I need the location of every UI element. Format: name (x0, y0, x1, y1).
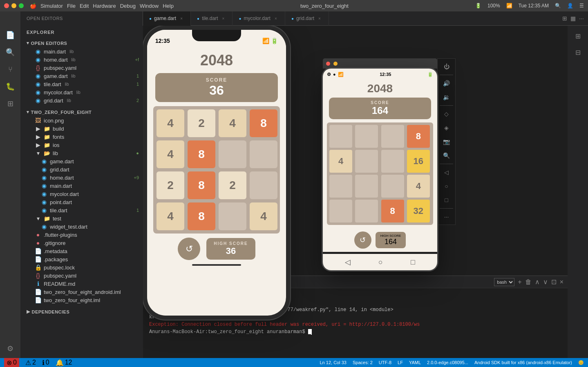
traffic-lights[interactable] (4, 3, 24, 8)
maximize-terminal-icon[interactable]: ⊡ (551, 278, 557, 286)
project-section[interactable]: ▾ TWO_ZERO_FOUR_EIGHT (20, 108, 143, 116)
help-menu[interactable]: Help (163, 3, 174, 9)
time-display: Tue 12:35 AM (519, 3, 549, 9)
ios-home-indicator[interactable] (192, 264, 241, 266)
tree-flutter-plugins[interactable]: ● .flutter-plugins (20, 231, 143, 239)
menu-icon[interactable]: ☰ (579, 3, 584, 9)
open-editor-mycolor-dart[interactable]: ◉ mycolor.dart lib (20, 88, 143, 96)
volume-down-icon[interactable]: 🔉 (441, 91, 452, 103)
tree-metadata[interactable]: 📄 .metadata (20, 247, 143, 255)
tree-fonts[interactable]: ▶ 📁 fonts (20, 133, 143, 141)
tree-pubspec-yaml[interactable]: {} pubspec.yaml (20, 271, 143, 280)
ios-refresh-button[interactable]: ↺ (178, 238, 200, 260)
tree-mycolor-dart[interactable]: ◉ mycolor.dart (20, 190, 143, 198)
android-refresh-button[interactable]: ↺ (354, 231, 371, 249)
tree-widget-test[interactable]: ◉ widget_test.dart (20, 222, 143, 231)
search-icon[interactable]: 🔍 (555, 3, 561, 9)
sidebar-icon-search[interactable]: 🔍 (4, 46, 16, 58)
simulator-menu[interactable]: Simulator (40, 3, 63, 9)
ios-high-score-button[interactable]: HIGH SCORE 36 (206, 238, 255, 260)
prev-terminal-icon[interactable]: ∧ (535, 278, 540, 286)
fullscreen-button[interactable] (19, 3, 24, 8)
tree-game-dart[interactable]: ◉ game.dart (20, 157, 143, 165)
sidebar-icon-extensions[interactable]: ⊞ (4, 98, 16, 110)
tab-mycolor-dart[interactable]: ● mycolor.dart × (233, 11, 285, 26)
right-icon-split[interactable]: ⊟ (572, 46, 584, 58)
tree-icon-png[interactable]: 🖼 icon.png (20, 116, 143, 125)
android-close-button[interactable] (326, 62, 330, 66)
window-menu[interactable]: Window (140, 3, 159, 9)
tree-iml[interactable]: 📄 two_zero_four_eight.iml (20, 296, 143, 304)
tab-tile-dart[interactable]: ● tile.dart × (191, 11, 233, 26)
more-icon[interactable]: ··· (579, 15, 584, 22)
more-controls-icon[interactable]: ··· (441, 211, 452, 222)
open-editor-tile-dart[interactable]: ◉ tile.dart lib 1 (20, 80, 143, 88)
tab-game-dart[interactable]: ● game.dart × (143, 11, 191, 26)
open-editor-game-dart[interactable]: ◉ game.dart lib 1 (20, 72, 143, 80)
rotate-icon[interactable]: ◇ (441, 108, 452, 120)
tab-close-grid[interactable]: × (317, 16, 322, 21)
open-editor-home-dart[interactable]: ◉ home.dart lib +f (20, 56, 143, 64)
sidebar-icon-debug[interactable]: 🐛 (4, 80, 16, 93)
square-icon[interactable]: □ (441, 194, 452, 206)
layout-icon[interactable]: ▦ (570, 15, 576, 22)
android-minimize-button[interactable] (333, 62, 338, 66)
delete-terminal-icon[interactable]: 🗑 (525, 278, 532, 286)
tree-home-dart[interactable]: ◉ home.dart +9 (20, 173, 143, 182)
tree-ios[interactable]: ▶ 📁 ios (20, 141, 143, 149)
power-icon[interactable]: ⏻ (441, 61, 452, 72)
camera-icon[interactable]: 📷 (441, 136, 452, 147)
tree-test[interactable]: ▾ 📁 test (20, 214, 143, 222)
open-editor-main-dart[interactable]: ◉ main.dart lib (20, 47, 143, 56)
tree-lib[interactable]: ▾ 📂 lib ● (20, 149, 143, 157)
info-count[interactable]: ℹ 0 (42, 359, 49, 367)
debug-menu[interactable]: Debug (120, 3, 136, 9)
tree-android-iml[interactable]: 📄 two_zero_four_eight_android.iml (20, 288, 143, 296)
tree-packages[interactable]: 📄 .packages (20, 255, 143, 263)
next-terminal-icon[interactable]: ∨ (543, 278, 548, 286)
sidebar-icon-files[interactable]: 📄 (4, 29, 16, 41)
right-icon-layout[interactable]: ⊞ (572, 30, 584, 42)
screenshot-rotate-icon[interactable]: ◈ (441, 122, 452, 133)
language-info[interactable]: YAML (409, 360, 421, 365)
android-home-icon[interactable]: ○ (378, 258, 383, 267)
file-menu[interactable]: File (67, 3, 76, 9)
add-terminal-icon[interactable]: + (518, 278, 521, 286)
shell-select[interactable]: bash (494, 278, 514, 286)
tree-main-dart[interactable]: ◉ main.dart (20, 182, 143, 190)
tab-grid-dart[interactable]: ● grid.dart × (285, 11, 329, 26)
open-editor-pubspec-yaml[interactable]: {} pubspec.yaml (20, 64, 143, 72)
android-back-icon[interactable]: ◁ (345, 258, 351, 267)
error-count[interactable]: ⊗ 0 (4, 358, 19, 367)
tree-point-dart[interactable]: ◉ point.dart (20, 198, 143, 206)
tab-close-tile[interactable]: × (220, 16, 226, 21)
open-editor-grid-dart[interactable]: ◉ grid.dart lib 2 (20, 96, 143, 105)
back-icon[interactable]: ◁ (441, 167, 452, 178)
tree-build[interactable]: ▶ 📁 build (20, 125, 143, 133)
minimize-button[interactable] (11, 3, 16, 8)
sidebar-icon-git[interactable]: ⑂ (4, 63, 16, 76)
android-high-score-button[interactable]: HIGH SCORE 164 (376, 232, 406, 248)
warning-count[interactable]: ⚠ 2 (25, 359, 36, 367)
zoom-icon[interactable]: 🔍 (441, 150, 452, 161)
tab-close-game[interactable]: × (179, 16, 184, 21)
tab-close-mycolor[interactable]: × (273, 16, 279, 21)
hardware-menu[interactable]: Hardware (93, 3, 116, 9)
notification-count[interactable]: 🔔 12 (56, 359, 72, 367)
close-button[interactable] (4, 3, 9, 8)
home-circle-icon[interactable]: ○ (441, 180, 452, 192)
dependencies-section[interactable]: ▶ DEPENDENCIES (20, 307, 143, 316)
open-editors-section[interactable]: ▾ OPEN EDITORS (20, 39, 143, 47)
tree-grid-dart[interactable]: ◉ grid.dart (20, 165, 143, 173)
sidebar-icon-settings[interactable]: ⚙ (4, 343, 16, 355)
close-terminal-icon[interactable]: × (560, 278, 563, 286)
tree-tile-dart[interactable]: ◉ tile.dart 1 (20, 206, 143, 214)
edit-menu[interactable]: Edit (80, 3, 89, 9)
android-recents-icon[interactable]: □ (411, 258, 415, 267)
tree-pubspec-lock[interactable]: 🔒 pubspec.lock (20, 263, 143, 271)
volume-up-icon[interactable]: 🔊 (441, 78, 452, 89)
tree-readme[interactable]: ℹ README.md (20, 280, 143, 288)
feedback-icon[interactable]: 😊 (578, 360, 584, 365)
split-icon[interactable]: ⊞ (562, 15, 567, 22)
tree-gitignore[interactable]: ● .gitignore (20, 239, 143, 247)
